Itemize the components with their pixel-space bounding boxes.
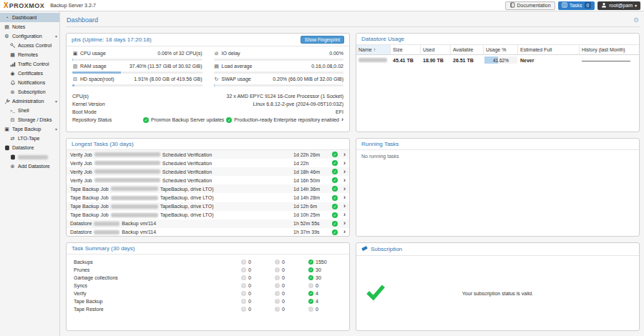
swap-refresh-icon: ↻ bbox=[214, 76, 220, 83]
sidebar-item-configuration[interactable]: ⚙ Configuration ▾ bbox=[0, 31, 59, 41]
collapse-caret-icon[interactable]: ▾ bbox=[55, 127, 57, 132]
error-count-icon: × bbox=[241, 291, 246, 296]
redacted-datastore-name bbox=[358, 58, 387, 62]
task-summary-list: Backups×0!0✓1550 Prunes×0!0✓30 Garbage c… bbox=[67, 255, 349, 313]
cpus-label: CPU(s) bbox=[72, 92, 89, 100]
io-delay-icon: ⊘ bbox=[214, 50, 220, 57]
column-header-estimated-full[interactable]: Estimated Full bbox=[518, 45, 580, 54]
chevron-down-icon: ▾ bbox=[635, 3, 637, 8]
cpu-usage-stat: ▣CPU usage0.06% of 32 CPU(s) bbox=[72, 50, 203, 61]
chevron-right-icon[interactable]: › bbox=[343, 186, 346, 192]
hdd-icon: ⊟ bbox=[72, 76, 78, 83]
usage-percent-bar: 41.62% bbox=[484, 56, 517, 64]
load-average-icon: ▤ bbox=[214, 63, 220, 70]
sidebar-item-traffic-control[interactable]: Traffic Control bbox=[0, 59, 59, 69]
collapse-caret-icon[interactable]: ▾ bbox=[55, 99, 57, 104]
sidebar-item-remotes[interactable]: ▦ Remotes bbox=[0, 50, 59, 59]
documentation-button[interactable]: Documentation bbox=[505, 1, 555, 10]
sidebar-item-administration[interactable]: Administration ▾ bbox=[0, 97, 59, 106]
proxmox-logo: X PROXMOX bbox=[4, 2, 44, 9]
sidebar-item-storage-disks[interactable]: ⊟ Storage / Disks bbox=[0, 115, 59, 124]
chevron-right-icon[interactable]: › bbox=[343, 212, 346, 218]
sidebar-item-tape-backup[interactable]: ▣ Tape Backup ▾ bbox=[0, 124, 59, 134]
chevron-right-icon[interactable]: › bbox=[343, 203, 346, 209]
warning-count-icon: ! bbox=[275, 260, 280, 265]
brand-name: PROXMOX bbox=[9, 2, 45, 9]
task-row[interactable]: Verify JobScheduled Verification1d 18h 4… bbox=[67, 167, 349, 176]
sidebar-item-datastore-entry[interactable] bbox=[0, 152, 59, 162]
task-row[interactable]: Tape Backup JobTapeBackup, drive LTO)1d … bbox=[67, 193, 349, 202]
task-row[interactable]: DatastoreBackup vm/1141h 52m 55s✓› bbox=[67, 219, 349, 228]
sidebar-item-datastore[interactable]: Datastore bbox=[0, 143, 59, 152]
sidebar-item-notes[interactable]: ▤ Notes bbox=[0, 22, 59, 31]
chevron-right-icon[interactable]: › bbox=[343, 220, 346, 227]
column-header-size[interactable]: Size bbox=[391, 45, 421, 54]
ok-count-icon: ✓ bbox=[308, 275, 313, 280]
key-icon bbox=[9, 43, 16, 49]
main-content: Dashboard ⚙ pbs (Uptime: 18 days 17:20:1… bbox=[60, 11, 644, 336]
check-circle-icon: ✓ bbox=[332, 152, 338, 157]
subscription-ticket-icon bbox=[361, 245, 368, 253]
sidebar-item-subscription[interactable]: ⊛ Subscription bbox=[0, 87, 59, 97]
check-circle-icon: ✓ bbox=[332, 221, 338, 227]
column-header-available[interactable]: Available bbox=[451, 45, 484, 54]
hd-progress-bar bbox=[72, 84, 203, 87]
database-icon bbox=[9, 154, 16, 160]
sidebar-item-shell[interactable]: >_ Shell bbox=[0, 106, 59, 115]
error-count-icon: × bbox=[241, 283, 246, 288]
load-average-stat: ▤Load average0.16,0.08,0.02 bbox=[214, 63, 344, 74]
sidebar-item-dashboard[interactable]: ◔ Dashboard bbox=[0, 13, 59, 22]
boot-mode-value: EFI bbox=[336, 108, 343, 116]
bell-icon bbox=[9, 80, 16, 86]
datastore-usage-row[interactable]: 45.41 TB 18.90 TB 26.51 TB 41.62% Never bbox=[356, 55, 639, 65]
task-row[interactable]: Verify JobScheduled Verification1d 16h 5… bbox=[67, 176, 349, 184]
error-count-icon: × bbox=[241, 275, 246, 280]
sidebar-item-notifications[interactable]: Notifications bbox=[0, 78, 59, 87]
task-row[interactable]: Tape Backup JobTapeBackup, drive LTO)1d … bbox=[67, 211, 349, 219]
running-tasks-title: Running Tasks bbox=[361, 141, 399, 147]
book-icon bbox=[509, 2, 515, 9]
top-bar: X PROXMOX Backup Server 3.2-7 Documentat… bbox=[0, 0, 644, 11]
sidebar-item-access-control[interactable]: Access Control bbox=[0, 41, 59, 50]
chevron-right-icon[interactable]: › bbox=[343, 160, 346, 167]
task-row[interactable]: Verify JobScheduled Verification1d 22h 2… bbox=[67, 150, 349, 159]
chevron-right-icon[interactable]: › bbox=[343, 177, 346, 184]
sidebar-item-add-datastore[interactable]: ⊕ Add Datastore bbox=[0, 162, 59, 171]
plus-circle-icon: ⊕ bbox=[9, 164, 16, 169]
collapse-caret-icon[interactable]: ▾ bbox=[55, 34, 57, 39]
show-fingerprint-button[interactable]: Show Fingerprint bbox=[301, 36, 344, 44]
sidebar-item-certificates[interactable]: ◉ Certificates bbox=[0, 69, 59, 78]
product-version: Backup Server 3.2-7 bbox=[50, 3, 96, 8]
task-row[interactable]: DatastoreBackup vm/1141h 37m 39s✓› bbox=[67, 228, 349, 237]
redacted-task-id bbox=[94, 161, 160, 165]
column-header-usage[interactable]: Usage % bbox=[484, 45, 518, 54]
running-tasks-panel: Running Tasks No running tasks bbox=[356, 138, 640, 237]
task-row[interactable]: Verify JobScheduled Verification1d 22h✓› bbox=[67, 159, 349, 167]
tasks-button[interactable]: Tasks 0 bbox=[558, 1, 595, 10]
chevron-right-icon[interactable]: › bbox=[343, 152, 346, 158]
check-circle-icon: ✓ bbox=[332, 160, 338, 166]
longest-tasks-title: Longest Tasks (30 days) bbox=[72, 141, 134, 147]
warning-count-icon: ! bbox=[275, 275, 280, 280]
user-icon bbox=[601, 2, 607, 9]
subscription-body: Your subscription status is valid. bbox=[356, 256, 639, 331]
chevron-right-icon[interactable]: › bbox=[343, 169, 346, 175]
sidebar-item-lto-tape[interactable]: ⇄ LTO-Tape bbox=[0, 134, 59, 143]
ok-count-icon: ✓ bbox=[308, 283, 313, 288]
gear-icon[interactable]: ⚙ bbox=[633, 16, 639, 24]
column-header-name[interactable]: Name ↑ bbox=[356, 45, 391, 54]
chevron-right-icon[interactable]: › bbox=[343, 194, 346, 201]
column-header-used[interactable]: Used bbox=[421, 45, 451, 54]
task-row[interactable]: Tape Backup JobTapeBackup, drive LTO)1d … bbox=[67, 184, 349, 193]
kernel-label: Kernel Version bbox=[72, 100, 105, 108]
task-row[interactable]: Tape Backup JobTapeBackup, drive LTO)1d … bbox=[67, 202, 349, 211]
summary-row: Tape Backup×0!0✓4 bbox=[67, 297, 349, 305]
dashboard-gauge-icon: ◔ bbox=[4, 15, 10, 20]
chevron-right-icon[interactable]: › bbox=[341, 117, 343, 123]
chevron-right-icon[interactable]: › bbox=[343, 229, 346, 235]
history-sparkline bbox=[582, 61, 630, 61]
swap-usage-stat: ↻SWAP usage0.20% (66.00 MiB of 32.00 GiB… bbox=[214, 76, 344, 87]
check-circle-icon: ✓ bbox=[332, 229, 338, 235]
user-menu-button[interactable]: root@pam ▾ bbox=[597, 1, 640, 10]
column-header-history[interactable]: History (last Month) bbox=[580, 45, 639, 54]
